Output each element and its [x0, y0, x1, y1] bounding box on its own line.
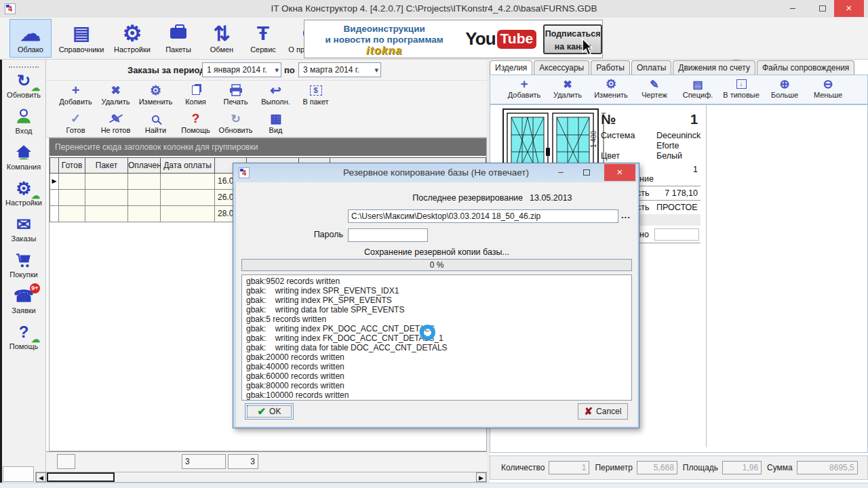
product-delete-button[interactable]: ✖ Удалить — [546, 75, 589, 102]
column-header[interactable]: Дата оплаты — [161, 157, 215, 174]
ribbon-service-button[interactable]: Ŧ Сервис — [244, 19, 282, 58]
group-by-hint[interactable]: Перенесите сюда заголовок колонки для гр… — [50, 138, 486, 156]
column-header[interactable]: Готов — [59, 157, 85, 174]
sidebar-item-requests[interactable]: ☎9+ Заявки — [2, 286, 45, 322]
sidebar-item-login[interactable]: Вход — [2, 106, 45, 142]
youtube-tube: Tube — [497, 30, 537, 49]
date-to-select[interactable]: 3 марта 2014 г. ▾ — [298, 62, 381, 77]
tab-payments[interactable]: Оплаты — [631, 60, 671, 75]
search-icon — [136, 111, 176, 126]
header-indicator — [50, 157, 59, 174]
dialog-titlebar: 4 Резервное копирование базы (Не отвечае… — [233, 163, 639, 182]
date-from-value: 1 января 2014 г. — [207, 65, 267, 75]
tab-files[interactable]: Файлы сопровождения — [757, 60, 854, 75]
ribbon-directories-button[interactable]: ▤ Справочники — [56, 19, 107, 58]
product-tabs: Изделия Аксессуары Работы Оплаты Движени… — [490, 60, 868, 75]
dialog-body: Последнее резервирование 13.05.2013 Имя … — [236, 182, 637, 426]
specification-button[interactable]: ▤ Специф. — [676, 75, 719, 102]
perimeter-field: 5,668 — [637, 461, 677, 474]
dialog-close-button[interactable]: × — [604, 164, 635, 181]
tab-works[interactable]: Работы — [591, 60, 630, 75]
toolbar-label: Вид — [256, 126, 296, 134]
zoom-out-button[interactable]: ⊖ Меньше — [806, 75, 850, 102]
sidebar-label: Заказы — [2, 235, 45, 243]
log-line: gbak: writing index SPR_EVENTS_IDX1 — [246, 286, 627, 296]
table-row[interactable]: 26.02 — [50, 190, 247, 206]
sidebar-label: Покупки — [2, 270, 45, 279]
column-header[interactable]: Пакет — [85, 157, 128, 174]
backup-status-text: Сохранение резервной копии базы... — [236, 247, 637, 257]
return-arrow-icon: ↩ — [256, 83, 296, 98]
ribbon-packages-button[interactable]: Пакеты — [157, 19, 199, 58]
log-line: gbak: writing index PK_DOC_ACC_CNT_DETAL… — [246, 324, 627, 333]
scrollbar-thumb[interactable] — [47, 472, 115, 482]
backup-log[interactable]: gbak:9502 records written gbak: writing … — [241, 274, 632, 401]
sidebar-label: Вход — [2, 127, 45, 135]
delete-order-button[interactable]: ✖ Удалить — [96, 83, 136, 108]
list-icon: ▤ — [56, 21, 106, 45]
ribbon-label: Обмен — [204, 45, 239, 54]
product-edit-button[interactable]: ⚙ Изменить — [589, 75, 633, 102]
to-templates-button[interactable]: ↓ В типовые — [719, 75, 763, 102]
video-news-banner: Видеоинструкции и новости по программам … — [304, 20, 603, 58]
column-header[interactable]: Оплачен — [128, 157, 161, 174]
gear-icon: ⚙☁ — [2, 178, 45, 199]
ribbon-cloud-button[interactable]: ☁ Облако — [9, 19, 52, 58]
copy-order-button[interactable]: Копия — [176, 83, 216, 108]
horizontal-scrollbar[interactable]: ◀ ▶ — [35, 472, 487, 483]
view-button[interactable]: ▦ Вид — [256, 111, 296, 137]
not-ready-button[interactable]: ✎ Не готов — [96, 111, 136, 137]
to-package-button[interactable]: $ В пакет — [296, 83, 336, 108]
sidebar-item-purchases[interactable]: Покупки — [2, 250, 45, 286]
minimize-button[interactable]: – — [783, 0, 803, 17]
ok-button[interactable]: ✔ OK — [245, 403, 294, 420]
ribbon-label: Справочники — [56, 45, 106, 54]
sidebar-item-refresh[interactable]: ↻☁ Обновить — [2, 70, 45, 106]
color-value: Белый — [656, 151, 682, 161]
ribbon-settings-button[interactable]: ⚙ Настройки — [111, 19, 153, 58]
find-button[interactable]: Найти — [136, 111, 176, 137]
edit-order-button[interactable]: ⚙ Изменить — [136, 83, 176, 108]
last-backup-value: 13.05.2013 — [530, 193, 572, 203]
close-button[interactable]: × — [834, 0, 864, 17]
sidebar-item-company[interactable]: Компания — [2, 142, 45, 178]
password-field[interactable] — [348, 228, 428, 242]
date-from-select[interactable]: 1 января 2014 г. ▾ — [202, 62, 281, 77]
product-add-button[interactable]: + Добавить — [502, 75, 546, 102]
tab-products[interactable]: Изделия — [490, 60, 532, 75]
scroll-right-arrow[interactable]: ▶ — [476, 472, 486, 482]
refresh-button[interactable]: ↻ Обновить — [216, 111, 256, 137]
period-label: Заказы за период с — [127, 65, 212, 75]
sidebar-item-orders[interactable]: ✉ Заказы — [2, 214, 45, 250]
maximize-button[interactable] — [812, 0, 833, 17]
dialog-maximize-button[interactable] — [576, 164, 597, 181]
dialog-minimize-button[interactable]: – — [551, 164, 571, 181]
cart-icon — [2, 250, 45, 270]
ribbon-exchange-button[interactable]: ⇅ Обмен — [203, 19, 240, 58]
print-button[interactable]: Печать — [216, 83, 256, 108]
table-row[interactable]: 28.02 — [50, 206, 247, 222]
scroll-left-arrow[interactable]: ◀ — [36, 472, 46, 482]
zoom-in-button[interactable]: ⊕ Больше — [763, 75, 806, 102]
execute-button[interactable]: ↩ Выполн. — [256, 83, 296, 108]
table-row[interactable]: ▶ 16.01 — [50, 174, 247, 190]
plus-icon: + — [56, 83, 96, 98]
done-field[interactable] — [654, 228, 699, 241]
sidebar-item-help[interactable]: ?☁ Помощь — [2, 322, 45, 358]
tab-accessories[interactable]: Аксессуары — [534, 60, 589, 75]
tab-account-movements[interactable]: Движения по счету — [673, 60, 755, 75]
log-line: gbak:100000 records written — [246, 390, 627, 400]
cancel-button[interactable]: ✘ Cancel — [578, 403, 628, 420]
browse-button[interactable]: ... — [621, 210, 631, 220]
filename-field[interactable]: C:\Users\Максим\Desktop\03.03.2014 18_50… — [348, 209, 618, 223]
drawing-button[interactable]: ✎ Чертеж — [633, 75, 676, 102]
help-button[interactable]: ? Помощь — [176, 111, 216, 137]
ready-button[interactable]: ✓ Готов — [56, 111, 96, 137]
last-backup-label: Последнее резервирование — [263, 193, 523, 203]
sidebar-item-settings[interactable]: ⚙☁ Настройки — [2, 178, 45, 214]
briefcase-icon — [158, 21, 199, 45]
add-order-button[interactable]: + Добавить — [56, 83, 96, 108]
toolbar-label: Больше — [763, 91, 806, 99]
question-icon: ?☁ — [2, 322, 45, 342]
stat-label: Количество — [501, 463, 545, 472]
